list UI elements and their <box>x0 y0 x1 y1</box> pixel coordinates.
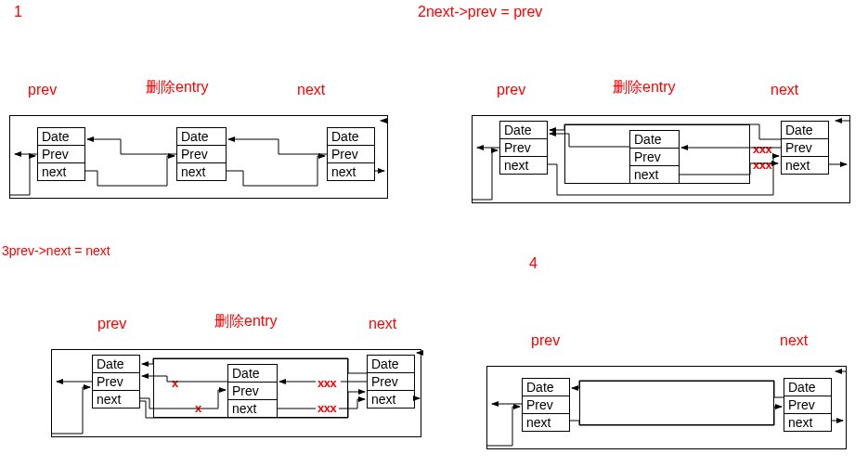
cell-next: next <box>499 156 548 175</box>
p3-x-1: x <box>172 376 178 390</box>
p3-label-del: 删除entry <box>214 312 278 331</box>
cell-next: next <box>522 413 570 432</box>
p2-label-del: 删除entry <box>613 78 676 97</box>
title-1: 1 <box>14 4 22 20</box>
p3-node-prev: Date Prev next <box>92 355 140 409</box>
p3-label-next: next <box>369 316 396 332</box>
p4-label-next: next <box>780 332 808 349</box>
p2-xxx-1: xxx <box>753 142 771 156</box>
p3-xxx-1: xxx <box>317 376 336 390</box>
p3-x-2: x <box>195 401 201 415</box>
cell-prev: Prev <box>367 372 415 391</box>
cell-next: next <box>227 399 278 418</box>
p4-node-prev: Date Prev next <box>522 378 570 432</box>
p3-node-entry: Date Prev next <box>227 364 278 418</box>
title-2: 2next->prev = prev <box>418 4 542 20</box>
cell-prev: Prev <box>327 145 375 163</box>
p4-node-next: Date Prev next <box>784 378 832 432</box>
cell-date: Date <box>227 364 278 383</box>
cell-prev: Prev <box>499 138 548 157</box>
cell-date: Date <box>784 378 832 396</box>
cell-date: Date <box>37 127 85 146</box>
p2-label-next: next <box>771 82 798 98</box>
cell-prev: Prev <box>629 148 680 166</box>
cell-prev: Prev <box>522 396 570 414</box>
cell-next: next <box>176 162 227 181</box>
p1-node-prev: Date Prev next <box>37 127 85 181</box>
cell-prev: Prev <box>227 382 278 400</box>
p2-node-prev: Date Prev next <box>499 121 548 175</box>
p1-label-prev: prev <box>28 82 57 98</box>
cell-prev: Prev <box>781 138 829 157</box>
cell-date: Date <box>629 130 680 149</box>
panel-1: Date Prev next Date Prev next Date Prev … <box>9 102 392 204</box>
cell-date: Date <box>499 121 548 139</box>
cell-date: Date <box>327 127 375 146</box>
panel-2: Date Prev next Date Prev next Date Prev … <box>472 102 854 209</box>
cell-date: Date <box>781 121 829 139</box>
p4-label-prev: prev <box>531 332 560 349</box>
p2-node-next: Date Prev next <box>781 121 829 175</box>
cell-next: next <box>92 390 140 409</box>
p2-node-entry: Date Prev next <box>629 130 680 184</box>
cell-date: Date <box>522 378 570 396</box>
title-4: 4 <box>529 255 538 272</box>
cell-next: next <box>327 162 375 181</box>
cell-prev: Prev <box>784 396 832 414</box>
cell-date: Date <box>176 127 227 146</box>
p1-node-entry: Date Prev next <box>176 127 227 181</box>
cell-next: next <box>784 413 832 432</box>
p2-label-prev: prev <box>497 82 525 98</box>
p1-node-next: Date Prev next <box>327 127 375 181</box>
cell-prev: Prev <box>176 145 227 163</box>
p1-label-next: next <box>297 82 325 98</box>
cell-prev: Prev <box>92 372 140 391</box>
p4-inner-box <box>579 381 774 425</box>
panel-4: Date Prev next Date Prev next <box>486 353 849 455</box>
p2-xxx-2: xxx <box>753 158 771 172</box>
cell-prev: Prev <box>37 145 85 163</box>
p1-label-del: 删除entry <box>146 78 209 97</box>
cell-date: Date <box>92 355 140 373</box>
p3-label-prev: prev <box>97 316 126 332</box>
cell-next: next <box>629 165 680 184</box>
panel-3: Date Prev next Date Prev next Date Prev … <box>51 336 434 443</box>
p3-node-next: Date Prev next <box>367 355 415 409</box>
cell-next: next <box>37 162 85 181</box>
cell-next: next <box>367 390 415 409</box>
cell-next: next <box>781 156 829 175</box>
cell-date: Date <box>367 355 415 373</box>
title-3: 3prev->next = next <box>2 243 110 258</box>
p3-xxx-2: xxx <box>317 401 336 415</box>
